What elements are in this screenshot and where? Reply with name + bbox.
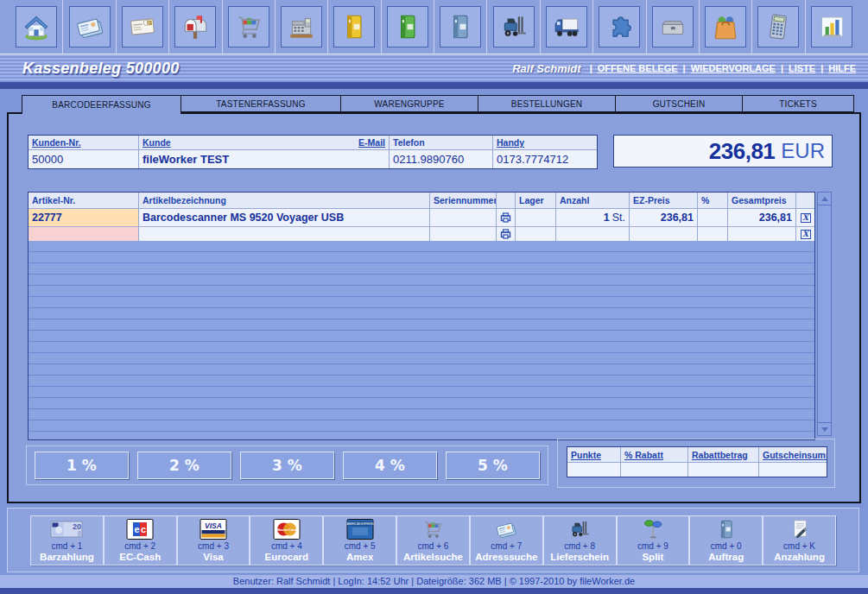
print-label-button[interactable] <box>497 227 516 241</box>
scroll-up-button[interactable] <box>818 193 831 205</box>
article-serial-field[interactable] <box>430 209 497 226</box>
toolbar-button-mailbox[interactable] <box>174 6 216 47</box>
shortcut-label: cmd + K <box>783 540 815 552</box>
article-description-field[interactable] <box>139 227 430 241</box>
tab-bestellungen[interactable]: BESTELLUNGEN <box>478 95 616 112</box>
customer-mobile-header[interactable]: Handy <box>497 137 524 148</box>
col-unit-price: EZ-Preis <box>630 193 698 208</box>
customer-email-header[interactable]: E-Mail <box>358 137 385 148</box>
article-stock-field[interactable] <box>516 227 556 241</box>
tab-warengruppe[interactable]: WARENGRUPPE <box>340 95 478 112</box>
article-quantity-field[interactable]: 1St. <box>556 209 630 226</box>
customer-name-field[interactable]: fileWorker TEST <box>139 150 390 168</box>
toolbar-button-home[interactable] <box>16 6 57 47</box>
link-separator: | <box>590 63 592 73</box>
tab-tastenerfassung[interactable]: TASTENERFASSUNG <box>181 95 341 112</box>
toolbar-button-puzzle[interactable] <box>599 6 640 47</box>
voucher-percent-header[interactable]: % Rabatt <box>624 450 663 460</box>
cash-register-icon <box>287 12 316 41</box>
voucher-points-header[interactable]: Punkte <box>571 450 601 460</box>
article-unit-price-field[interactable] <box>630 227 698 241</box>
article-stock-field[interactable] <box>516 209 556 226</box>
print-label-button[interactable] <box>497 209 516 226</box>
toolbar-button-forklift[interactable] <box>493 6 535 47</box>
customer-number-field[interactable]: 50000 <box>29 150 139 168</box>
action-ec-cash-button[interactable]: eccmd + 2EC-Cash <box>104 515 177 566</box>
toolbar-button-shopping-cart[interactable] <box>228 6 269 47</box>
toolbar-button-binder-green[interactable] <box>387 6 428 47</box>
voucher-points-field[interactable] <box>567 463 621 477</box>
delete-row-button[interactable]: X <box>796 227 814 241</box>
article-quantity-field[interactable] <box>556 227 630 241</box>
voucher-sum-header[interactable]: Gutscheinsumme <box>763 450 827 460</box>
amex-card-icon: AMERICAN EXPRESS <box>343 517 377 540</box>
svg-text:AMERICAN EXPRESS: AMERICAN EXPRESS <box>346 521 373 525</box>
action-eurocard-button[interactable]: MasterCardcmd + 4Eurocard <box>250 515 323 566</box>
voucher-amount-field[interactable] <box>688 463 759 477</box>
discount-5-percent-button[interactable]: 5 % <box>446 452 540 479</box>
action-anzahlung-button[interactable]: cmd + KAnzahlung <box>763 515 836 566</box>
action-auftrag-button[interactable]: cmd + 0Auftrag <box>689 515 763 566</box>
action-artikelsuche-button[interactable]: cmd + 6Artikelsuche <box>396 515 470 566</box>
toolbar-button-address-cards[interactable] <box>69 6 111 47</box>
discount-2-percent-button[interactable]: 2 % <box>137 452 231 479</box>
customer-phone-field[interactable]: 0211.9890760 <box>390 150 493 168</box>
article-number-field[interactable]: 22777 <box>29 209 139 226</box>
tab-tickets[interactable]: TICKETS <box>742 95 854 112</box>
article-unit-price-field[interactable]: 236,81 <box>630 209 698 226</box>
customer-name-header[interactable]: Kunde <box>143 137 171 148</box>
header-link-offene-belege[interactable]: OFFENE BELEGE <box>598 63 678 73</box>
customer-number-header[interactable]: Kunden-Nr. <box>32 137 81 148</box>
article-scrollbar[interactable] <box>817 192 832 436</box>
toolbar-button-truck[interactable] <box>546 6 587 47</box>
voucher-sum-field[interactable] <box>759 463 827 477</box>
forklift-icon <box>562 517 597 540</box>
delete-x-icon[interactable]: X <box>801 213 811 223</box>
binder-blue-icon <box>446 12 475 41</box>
action-amex-button[interactable]: AMERICAN EXPRESScmd + 5Amex <box>323 515 396 566</box>
delete-x-icon[interactable]: X <box>801 230 811 239</box>
toolbar-button-letter[interactable] <box>122 6 163 47</box>
action-adresssuche-button[interactable]: cmd + 7Adresssuche <box>470 515 543 566</box>
article-percent-field[interactable] <box>698 227 728 241</box>
toolbar-button-cash-register[interactable] <box>281 6 322 47</box>
binder-blue-icon <box>709 517 744 540</box>
tab-barcodeerfassung[interactable]: BARCODEERFASSUNG <box>22 95 181 114</box>
scroll-down-button[interactable] <box>818 422 831 435</box>
article-total-field[interactable]: 236,81 <box>728 209 796 226</box>
printer-icon[interactable] <box>500 229 511 239</box>
article-serial-field[interactable] <box>430 227 497 241</box>
tab-gutschein[interactable]: GUTSCHEIN <box>615 95 743 112</box>
discount-1-percent-button[interactable]: 1 % <box>35 452 129 479</box>
discount-3-percent-button[interactable]: 3 % <box>240 452 334 479</box>
shopping-bag-icon <box>711 12 740 41</box>
toolbar-button-calculator[interactable] <box>757 6 799 47</box>
article-total-field[interactable] <box>728 227 796 241</box>
empty-article-rows <box>29 241 814 439</box>
toolbar-button-binder-yellow[interactable] <box>333 6 375 47</box>
action-lieferschein-button[interactable]: cmd + 8Lieferschein <box>543 515 617 566</box>
svg-text:VISA: VISA <box>205 521 222 530</box>
binder-green-icon <box>393 12 422 41</box>
discount-4-percent-button[interactable]: 4 % <box>343 452 437 479</box>
action-visa-button[interactable]: VISAcmd + 3Visa <box>177 515 250 566</box>
header-link-liste[interactable]: LISTE <box>789 63 815 73</box>
toolbar-button-shopping-bag[interactable] <box>705 6 746 47</box>
article-description-field[interactable]: Barcodescanner MS 9520 Voyager USB <box>139 209 430 226</box>
printer-icon[interactable] <box>500 212 511 223</box>
voucher-percent-field[interactable] <box>621 463 688 477</box>
toolbar-button-bar-chart[interactable] <box>811 6 852 47</box>
article-number-field[interactable] <box>29 227 139 241</box>
header-link-wiedervorlage[interactable]: WIEDERVORLAGE <box>691 63 776 73</box>
article-percent-field[interactable] <box>698 209 728 226</box>
delete-row-button[interactable]: X <box>796 209 814 226</box>
toolbar-button-toolbox[interactable] <box>652 6 694 47</box>
action-split-button[interactable]: cmd + 9Split <box>617 515 690 566</box>
action-label: Adresssuche <box>475 552 537 563</box>
customer-mobile-field[interactable]: 0173.7774712 <box>493 150 597 168</box>
action-barzahlung-button[interactable]: 20cmd + 1Barzahlung <box>30 515 104 566</box>
toolbar-button-binder-blue[interactable] <box>440 6 481 47</box>
voucher-amount-header[interactable]: Rabattbetrag <box>692 450 748 460</box>
title-bar: Kassenbeleg 500000 Ralf Schmidt|OFFENE B… <box>0 54 868 82</box>
header-link-hilfe[interactable]: HILFE <box>828 63 856 73</box>
